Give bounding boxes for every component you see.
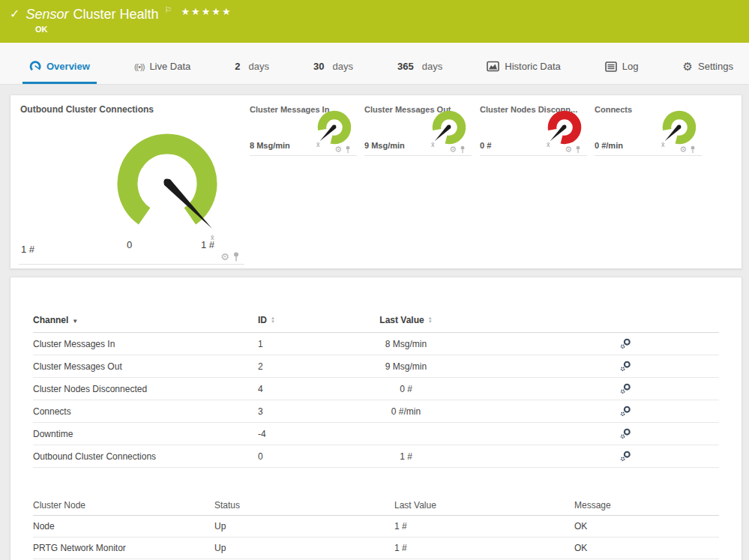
tab-2-days[interactable]: 2 days (228, 61, 276, 84)
gauge-max-label: 1 # (201, 239, 214, 250)
zoom-channel-icon[interactable] (620, 361, 631, 372)
tables-panel: Channel▼ ID▲▼ Last Value▲▼ Cluster Messa… (10, 277, 742, 560)
tab-label: Historic Data (505, 61, 560, 72)
gauge-current-value: 8 Msg/min (250, 141, 290, 150)
tab-365-days[interactable]: 365 days (391, 61, 449, 84)
gauge-current-value: 9 Msg/min (364, 141, 405, 150)
table-row[interactable]: Connects 3 0 #/min (33, 400, 719, 423)
channel-table-body: Cluster Messages In 1 8 Msg/min (33, 333, 719, 468)
column-header-status: Status (214, 500, 394, 511)
channel-name-cell: Connects (33, 406, 258, 417)
node-status-cell: Up (214, 521, 394, 532)
channel-last-value-cell: 0 #/min (325, 406, 487, 417)
gauge-settings-gear-icon[interactable]: ⚙ (449, 145, 457, 154)
gauge-title: Outbound Cluster Connections (20, 104, 154, 115)
average-marker: x̄ (316, 141, 320, 148)
sort-icon: ▲▼ (428, 316, 433, 324)
gauge-settings-gear-icon[interactable]: ⚙ (679, 145, 687, 154)
gauges-panel: Outbound Cluster Connections x̄ 1 # 0 1 … (10, 94, 742, 269)
node-name-cell: PRTG Network Monitor (33, 543, 214, 553)
table-row[interactable]: Node Up 1 # OK (33, 516, 719, 538)
live-data-icon: ((•)) (134, 62, 145, 71)
channel-id-cell: 1 (258, 339, 325, 349)
table-row[interactable]: Outbound Cluster Connections 0 1 # (33, 445, 719, 468)
channel-id-cell: 2 (258, 361, 325, 372)
node-last-value-cell: 1 # (394, 543, 574, 553)
content-area: Outbound Cluster Connections x̄ 1 # 0 1 … (0, 85, 749, 560)
flag-icon[interactable]: ⚐ (165, 5, 172, 15)
zoom-channel-icon[interactable] (620, 383, 631, 394)
pin-icon[interactable] (345, 145, 351, 154)
tab-label: Settings (698, 61, 733, 72)
gauge-cluster-messages-in[interactable]: Cluster Messages In x̄ 8 Msg/min ⚙ (250, 105, 357, 156)
gear-icon: ⚙ (683, 61, 693, 72)
channel-name-cell: Downtime (33, 429, 258, 439)
column-header-channel[interactable]: Channel▼ (33, 315, 258, 325)
tab-log[interactable]: Log (598, 61, 646, 84)
priority-stars[interactable]: ★★★★★ (181, 6, 232, 17)
gauge-cluster-messages-out[interactable]: Cluster Messages Out x̄ 9 Msg/min ⚙ (364, 105, 472, 156)
table-row[interactable]: Cluster Nodes Disconnected 4 0 # (33, 378, 719, 400)
gauge-dial: x̄ (96, 118, 238, 247)
zoom-channel-icon[interactable] (620, 451, 631, 462)
channel-name-cell: Cluster Messages In (33, 339, 258, 349)
table-row[interactable]: Downtime -4 (33, 423, 719, 445)
table-row[interactable]: Cluster Messages Out 2 9 Msg/min (33, 355, 719, 378)
tab-label: Log (622, 61, 639, 72)
gauge-current-value: 0 # (480, 141, 491, 150)
sensor-type-label: Sensor (25, 5, 68, 23)
tab-label: Live Data (149, 61, 190, 72)
column-header-cluster-node: Cluster Node (33, 500, 214, 511)
channel-id-cell: -4 (258, 429, 325, 439)
zoom-channel-icon[interactable] (620, 406, 631, 417)
column-header-id[interactable]: ID▲▼ (258, 315, 325, 325)
column-header-last-value[interactable]: Last Value▲▼ (325, 315, 487, 325)
gauge-outbound-cluster-connections[interactable]: Outbound Cluster Connections x̄ 1 # 0 1 … (19, 101, 244, 265)
log-icon (605, 61, 617, 72)
gauge-connects[interactable]: Connects x̄ 0 #/min ⚙ (595, 105, 702, 156)
cluster-node-table: Cluster Node Status Last Value Message N… (33, 495, 719, 559)
historic-chart-icon (487, 61, 499, 72)
node-name-cell: Node (33, 521, 214, 532)
sort-icon: ▲▼ (271, 316, 275, 324)
pin-icon[interactable] (575, 145, 581, 154)
node-message-cell: OK (574, 521, 719, 532)
tab-settings[interactable]: ⚙ Settings (676, 61, 740, 84)
tab-overview[interactable]: Overview (22, 60, 97, 84)
gauge-icon (29, 60, 41, 72)
tab-live-data[interactable]: ((•)) Live Data (127, 61, 197, 84)
tab-label: Overview (46, 61, 90, 72)
pin-icon[interactable] (690, 145, 696, 154)
table-row[interactable]: Cluster Messages In 1 8 Msg/min (33, 333, 719, 355)
channel-last-value-cell: 8 Msg/min (325, 339, 487, 349)
channel-id-cell: 4 (258, 384, 325, 394)
sort-desc-icon: ▼ (72, 318, 78, 325)
tab-label: days (422, 61, 442, 72)
sensor-header: ✓ Sensor Cluster Health ⚐ ★★★★★ OK (0, 0, 749, 43)
tab-label: days (333, 61, 353, 72)
zoom-channel-icon[interactable] (620, 428, 631, 439)
gauge-current-value: 0 #/min (595, 141, 623, 150)
gauge-settings-gear-icon[interactable]: ⚙ (220, 253, 229, 262)
column-header-last-value: Last Value (394, 500, 574, 511)
tab-historic-data[interactable]: Historic Data (480, 61, 567, 84)
average-marker: x̄ (431, 141, 435, 148)
pin-icon[interactable] (232, 252, 240, 262)
tab-number: 30 (313, 61, 324, 72)
channel-name-cell: Outbound Cluster Connections (33, 451, 258, 462)
page-title: Cluster Health (73, 5, 158, 23)
table-row[interactable]: PRTG Network Monitor Up 1 # OK (33, 538, 719, 559)
pin-icon[interactable] (460, 145, 466, 154)
zoom-channel-icon[interactable] (620, 338, 631, 349)
channel-last-value-cell: 0 # (325, 384, 487, 394)
channel-id-cell: 0 (258, 451, 325, 462)
gauge-settings-gear-icon[interactable]: ⚙ (565, 145, 572, 154)
channel-name-cell: Cluster Nodes Disconnected (33, 384, 258, 394)
tab-number: 365 (397, 61, 414, 72)
gauge-cluster-nodes-disconnected[interactable]: Cluster Nodes Disconn... x̄ 0 # ⚙ (480, 105, 587, 156)
gauge-settings-gear-icon[interactable]: ⚙ (334, 145, 342, 154)
column-header-message: Message (574, 500, 719, 511)
tab-30-days[interactable]: 30 days (307, 61, 360, 84)
tab-number: 2 (235, 61, 240, 72)
channel-name-cell: Cluster Messages Out (33, 361, 258, 372)
